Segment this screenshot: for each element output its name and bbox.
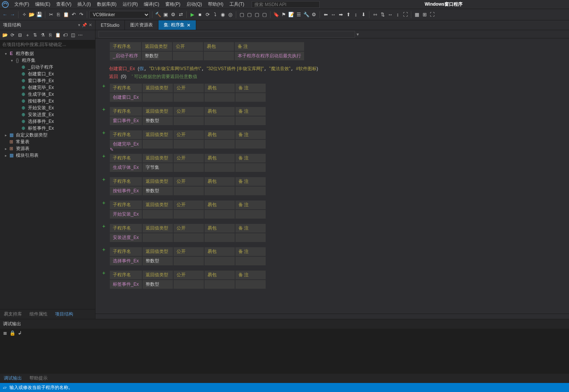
size1-icon[interactable]: ↔ [387,11,394,18]
subroutine-table[interactable]: 子程序名返回值类型公开易包备 注按钮事件_Ex整数型 [109,176,266,196]
refresh-icon[interactable]: ⟳ [9,32,16,38]
menu-item[interactable]: 查看(V) [53,0,74,9]
tree-item[interactable]: ⊕生成字体_Ex [0,91,95,98]
tree-item[interactable]: ▾{}程序集 [0,57,95,64]
tree-item[interactable]: ⊕创建窗口_Ex [0,70,95,77]
expand-icon[interactable]: + [102,153,105,159]
subroutine-table[interactable]: 子程序名返回值类型公开易包备 注开始安装_Ex [109,200,266,219]
align5-icon[interactable]: ↕ [352,11,359,18]
label-icon[interactable]: ◫ [69,32,76,38]
expand-icon[interactable]: + [102,176,105,182]
grid1-icon[interactable]: ▦ [414,11,420,18]
subroutine-table[interactable]: 子程序名返回值类型公开易包备 注标签事件_Ex整数型 [109,270,266,289]
menu-item[interactable]: 编译(C) [141,0,162,9]
collapse-icon[interactable]: ⊟ [17,32,23,38]
debug1-icon[interactable]: ◉ [219,11,226,18]
linker-select[interactable]: VC98linker [89,11,150,18]
paste-icon[interactable]: 📋 [63,11,69,18]
add-icon[interactable]: ＋ [24,32,31,38]
sidebar-tab[interactable]: 组件属性 [26,309,51,319]
cut-icon[interactable]: ✂ [48,11,54,18]
grid2-icon[interactable]: ⊞ [421,11,428,18]
menu-item[interactable]: 数据库(B) [94,0,120,9]
win4-icon[interactable]: ▢ [261,11,268,18]
undo-icon[interactable]: ↶ [70,11,77,18]
gear-icon[interactable]: ⚙ [311,11,317,18]
code-line[interactable]: 返回 (0) ' 可以根据您的需要返回任意数值 [105,73,569,81]
expand-icon[interactable]: + [102,247,105,253]
close-icon[interactable]: ✕ [89,23,92,28]
menu-item[interactable]: 插入(I) [74,0,94,9]
lock-icon[interactable]: 🔒 [9,330,15,336]
expand-icon[interactable]: + [102,83,105,89]
subroutine-table[interactable]: 子程序名返回值类型公开易包备 注选择事件_Ex整数型 [109,247,266,266]
subroutine-table[interactable]: 子程序名返回值类型公开易包备 注安装进度_Ex [109,223,266,243]
menu-item[interactable]: 启动(Q) [183,0,205,9]
menu-item[interactable]: 运行(R) [120,0,141,9]
note-icon[interactable]: 📝 [288,11,295,18]
horizontal-scrollbar[interactable] [95,314,569,319]
tree-item[interactable]: ⊕窗口事件_Ex [0,77,95,84]
expand-icon[interactable]: + [102,223,105,229]
dist1-icon[interactable]: ⇿ [372,11,378,18]
flag-icon[interactable]: ⚑ [280,11,287,18]
expand-icon[interactable]: + [102,200,105,206]
sidebar-search-input[interactable] [0,40,95,49]
step-icon[interactable]: ⤵ [212,11,218,18]
tree-item[interactable]: ⊕创建完毕_Ex [0,84,95,91]
tree-item[interactable]: ⊕按钮事件_Ex [0,98,95,104]
output-tab[interactable]: 帮助提示 [26,374,51,383]
size3-icon[interactable]: ⛶ [402,11,409,18]
list-icon[interactable]: ☰ [295,11,302,18]
filter-icon[interactable]: ⚗ [39,32,46,38]
dist2-icon[interactable]: ⇅ [379,11,386,18]
menu-item[interactable]: 编辑(E) [32,0,53,9]
stop-icon[interactable]: ■ [197,11,203,18]
forward-icon[interactable]: → [9,11,16,18]
tree-item[interactable]: ⊕_启动子程序 [0,64,95,70]
subroutine-table[interactable]: 子程序名返回值类型公开易包备 注窗口事件_Ex整数型 [109,106,266,126]
subroutine-table[interactable]: 子程序名返回值类型公开易包备 注_启动子程序整数型本子程序在程序启动后最先执行 [109,41,305,61]
new-file-icon[interactable]: ✧ [21,11,28,18]
restart-icon[interactable]: ⟳ [204,11,211,18]
open-icon[interactable]: 📂 [28,11,35,18]
tree-item[interactable]: ▸⊞资源表 [0,145,95,152]
win1-icon[interactable]: ▢ [238,11,245,18]
back-icon[interactable]: ← [2,11,8,18]
replace-icon[interactable]: ⇄ [177,11,184,18]
copy-tb-icon[interactable]: ⎘ [47,32,54,38]
tree-item[interactable]: ⊕标签事件_Ex [0,125,95,132]
menu-item[interactable]: 工具(T) [226,0,247,9]
menu-item[interactable]: 帮助(H) [205,0,226,9]
wrap-icon[interactable]: ↲ [18,330,22,336]
tool-icon[interactable]: ⚙ [170,11,177,18]
expand-icon[interactable]: + [102,130,105,136]
folder-open-icon[interactable]: 📂 [2,32,8,38]
more-icon[interactable]: ⋯ [77,32,84,38]
hammer-icon[interactable]: 🔨 [155,11,161,18]
tree-item[interactable]: ▸▦模块引用表 [0,152,95,159]
debug2-icon[interactable]: ◎ [227,11,234,18]
win2-icon[interactable]: ▢ [246,11,253,18]
menu-item[interactable]: 窗格(P) [162,0,183,9]
tree-item[interactable]: ▾E程序数据 [0,50,95,57]
tree-item[interactable]: ⊕开始安装_Ex [0,104,95,111]
api-search-input[interactable] [252,1,320,8]
breadcrumb-input[interactable] [98,31,355,38]
pin-icon[interactable]: 📌 [82,23,87,28]
subroutine-table[interactable]: 子程序名返回值类型公开易包备 注生成字体_Ex字节集 [109,153,266,173]
run-icon[interactable]: ▶ [189,11,196,18]
tree-item[interactable]: ⊕安装进度_Ex [0,111,95,118]
document-tab[interactable]: 图片资源表 [125,20,158,30]
sidebar-tab[interactable]: 项目结构 [51,309,77,319]
size2-icon[interactable]: ↕ [394,11,401,18]
sort-icon[interactable]: ⇅ [32,32,38,38]
code-editor[interactable]: 子程序名返回值类型公开易包备 注_启动子程序整数型本子程序在程序启动后最先执行创… [95,38,569,314]
align2-icon[interactable]: ↔ [330,11,337,18]
paste-tb-icon[interactable]: 📋 [54,32,61,38]
code-line[interactable]: 创建窗口_Ex (假, "D:\丰饶宝库网\VST插件\", "32位VST插件… [105,65,569,73]
redo-icon[interactable]: ↷ [78,11,85,18]
sidebar-tab[interactable]: 易支持库 [0,309,26,319]
expand-icon[interactable]: ⛶ [429,11,435,18]
dropdown-icon[interactable]: ▾ [357,32,359,37]
